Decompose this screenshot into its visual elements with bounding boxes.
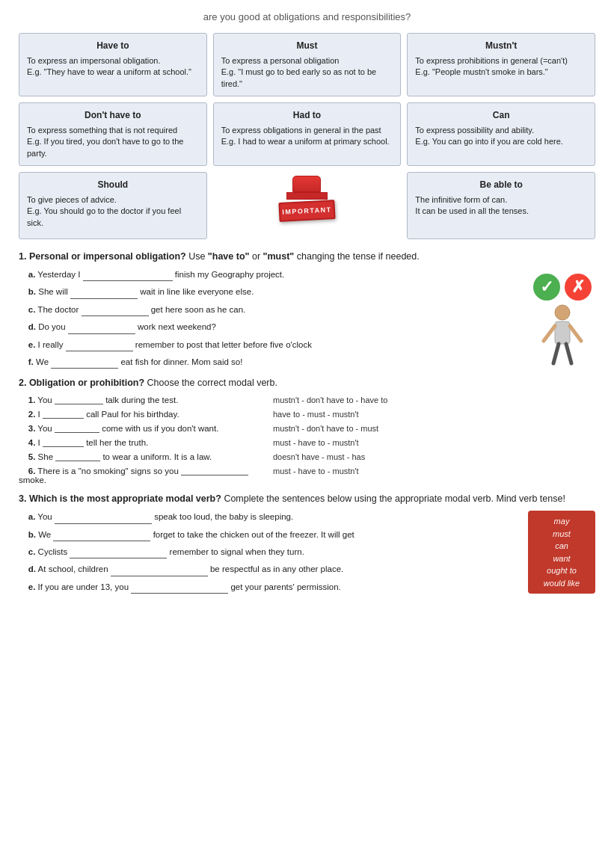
ex1-item-f: f. We eat fish for dinner. Mom said so! [19,355,595,369]
ex2-row-2: 2. I call Paul for his birthday. have to… [19,408,595,419]
ex2-right-5: doesn't have - must - has [273,452,595,461]
important-stamp: IMPORTANT [273,176,340,236]
blank-3-e[interactable] [131,583,228,594]
ex2-row-5: 5. She to wear a uniform. It is a law. d… [19,451,595,461]
card-dont-have-to-title: Don't have to [27,109,199,122]
svg-line-2 [544,326,555,341]
card-had-to: Had to To express obligations in general… [213,102,402,166]
card-can: Can To express possibility and ability. … [407,102,595,166]
stamp-label: IMPORTANT [278,200,335,222]
card-have-to-body: To express an impersonal obligation. E.g… [27,55,199,79]
blank-2-4[interactable] [43,437,84,447]
blank-3-c[interactable] [70,548,167,558]
icons-row: ✓ ✗ [533,274,592,301]
ex1-item-d: d. Do you work next weekend? [19,320,595,333]
blank-e[interactable] [66,341,133,351]
ex2-right-1: mustn't - don't have to - have to [273,395,595,404]
card-mustnt: Mustn't To express prohibitions in gener… [407,33,595,96]
blank-b[interactable] [70,289,138,299]
blank-2-3[interactable] [55,422,99,433]
exercise1-container: 1. Personal or impersonal obligation? Us… [19,251,595,369]
check-icon: ✓ [533,274,560,301]
modal-words-box: maymustcanwantought towould like [528,511,595,594]
card-dont-have-to: Don't have to To express something that … [19,102,207,166]
blank-f[interactable] [51,358,118,369]
exercise3-items: a. You speak too loud, the baby is sleep… [19,510,595,594]
stamp-handle [292,176,321,192]
card-have-to-title: Have to [27,40,199,52]
blank-c[interactable] [82,306,149,316]
card-had-to-body: To express obligations in general in the… [221,125,393,148]
ex1-item-a: a. Yesterday I finish my Geography proje… [19,268,595,281]
blank-2-6[interactable] [181,465,248,475]
card-dont-have-to-body: To express something that is not require… [27,125,199,159]
card-must-body: To express a personal obligation E.g. "I… [221,55,393,90]
exercise3-header: 3. Which is the most appropriate modal v… [19,493,595,504]
card-should-title: Should [27,179,199,191]
ex3-item-e: e. If you are under 13, you get your par… [19,580,521,594]
exercise3-container: 3. Which is the most appropriate modal v… [19,493,595,594]
ex1-item-b: b. She will wait in line like everyone e… [19,285,595,298]
ex3-item-d: d. At school, children be respectful as … [19,562,521,576]
card-mustnt-body: To express prohibitions in general (=can… [415,55,587,79]
card-be-able-to-title: Be able to [415,179,587,191]
blank-2-1[interactable] [55,394,103,404]
ex2-right-2: have to - must - mustn't [273,410,595,419]
page-title: are you good at obligations and responsi… [19,11,595,22]
blank-a[interactable] [83,271,173,281]
svg-line-5 [566,344,571,363]
ex3-item-c: c. Cyclists remember to signal when they… [19,545,521,558]
ex1-item-e: e. I really remember to post that letter… [19,338,595,351]
ex2-right-4: must - have to - mustn't [273,438,595,447]
card-be-able-to: Be able to The infinitive form of can. I… [407,172,595,239]
exercise1-header: 1. Personal or impersonal obligation? Us… [19,251,595,262]
ex2-left-1: 1. You talk during the test. [19,394,273,404]
card-can-body: To express possibility and ability. E.g.… [415,125,587,148]
ex2-row-3: 3. You come with us if you don't want. m… [19,422,595,433]
cards-row2: Don't have to To express something that … [19,102,595,166]
blank-3-a[interactable] [55,514,152,524]
card-can-title: Can [415,109,587,122]
x-icon: ✗ [565,274,592,301]
ex2-right-6: must - have to - mustn't [273,467,595,475]
svg-line-4 [553,344,559,363]
stamp-neck [286,192,328,200]
ex2-left-2: 2. I call Paul for his birthday. [19,408,273,419]
exercise2-instruction: Choose the correct modal verb. [147,378,277,388]
card-had-to-title: Had to [221,109,393,122]
svg-line-3 [570,326,581,341]
blank-3-d[interactable] [111,566,208,576]
card-should: Should To give pieces of advice. E.g. Yo… [19,172,207,239]
modal-words-text: maymustcanwantought towould like [544,517,580,588]
cards-row3: Should To give pieces of advice. E.g. Yo… [19,172,595,239]
card-must: Must To express a personal obligation E.… [213,33,402,96]
exercise2-header: 2. Obligation or prohibition? Choose the… [19,378,595,388]
card-have-to: Have to To express an impersonal obligat… [19,33,207,96]
blank-d[interactable] [68,324,135,334]
svg-point-0 [555,305,570,320]
exercise2-container: 2. Obligation or prohibition? Choose the… [19,378,595,484]
ex2-row-6: 6. There is a "no smoking" signs so you … [19,465,595,484]
check-figure-area: ✓ ✗ [533,274,592,371]
ex2-row-4: 4. I tell her the truth. must - have to … [19,437,595,447]
ex2-left-4: 4. I tell her the truth. [19,437,273,447]
blank-3-b[interactable] [53,531,150,541]
card-should-body: To give pieces of advice. E.g. You shoul… [27,194,199,229]
card-be-able-to-body: The infinitive form of can. It can be us… [415,194,587,218]
exercise1-instruction: Use "have to" or "must" changing the ten… [188,251,420,262]
card-mustnt-title: Mustn't [415,40,587,52]
ex3-item-a: a. You speak too loud, the baby is sleep… [19,510,521,523]
exercise3-instruction: Complete the sentences below using the a… [224,493,565,504]
stamp-text: IMPORTANT [282,206,332,215]
person-figure [540,304,585,371]
modal-words-area: maymustcanwantought towould like [528,511,595,594]
ex2-left-6: 6. There is a "no smoking" signs so you … [19,465,273,484]
ex1-item-c: c. The doctor get here soon as he can. [19,303,595,316]
stamp-area: IMPORTANT [213,172,402,239]
svg-rect-1 [555,321,570,344]
exercise2-title: 2. Obligation or prohibition? [19,378,144,388]
ex2-right-3: mustn't - don't have to - must [273,424,595,433]
ex2-left-5: 5. She to wear a uniform. It is a law. [19,451,273,461]
blank-2-2[interactable] [43,408,84,419]
blank-2-5[interactable] [55,451,100,461]
